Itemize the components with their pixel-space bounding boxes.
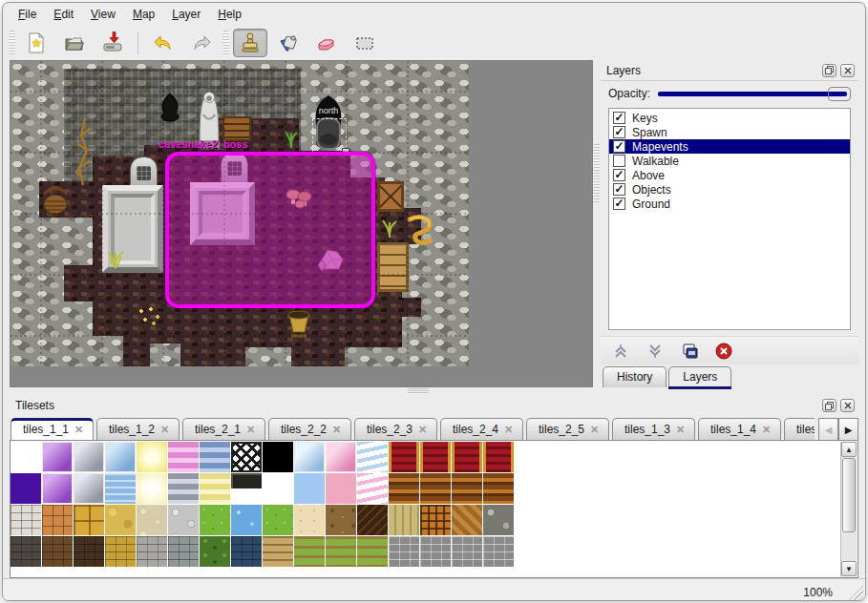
tab-close-icon[interactable]: ✕	[590, 424, 599, 436]
palette-tile-empty[interactable]	[263, 473, 293, 504]
palette-tile-wood-stripes[interactable]	[452, 473, 482, 504]
dock-splitter[interactable]	[593, 60, 601, 387]
palette-tile-glow-pale[interactable]	[137, 473, 167, 504]
palette-tile-stripes-pink[interactable]	[168, 442, 199, 472]
palette-tile-crystal-gray[interactable]	[74, 473, 104, 504]
delete-layer-button[interactable]	[713, 341, 734, 362]
palette-tile-wood-stripes[interactable]	[483, 473, 514, 504]
toolbar-grip[interactable]	[9, 31, 15, 55]
palette-tile-water-blue[interactable]	[105, 473, 136, 504]
palette-tile-logs-gray[interactable]	[483, 505, 514, 535]
menu-view[interactable]: View	[83, 5, 123, 24]
layer-row-ground[interactable]: ✓Ground	[609, 197, 850, 211]
move-layer-up-button[interactable]	[610, 341, 631, 362]
toolbar-grip-2[interactable]	[222, 31, 229, 55]
tileset-palette[interactable]: ▲ ▼	[10, 440, 858, 578]
tileset-tab-tiles_1_2[interactable]: tiles_1_2✕	[96, 418, 180, 440]
palette-tile-grass[interactable]	[200, 505, 230, 535]
palette-tile-wall-dark[interactable]	[11, 536, 41, 567]
palette-tile-grass[interactable]	[263, 505, 293, 535]
float-tilesets-button[interactable]	[822, 399, 836, 412]
palette-tile-water[interactable]	[231, 505, 262, 535]
open-file-button[interactable]	[57, 29, 92, 57]
palette-tile-stripes-yellow[interactable]	[200, 473, 230, 504]
save-file-button[interactable]	[95, 29, 130, 57]
scroll-up-button[interactable]: ▲	[841, 442, 857, 457]
palette-tile-tiles-yellow[interactable]	[74, 505, 104, 535]
close-tilesets-button[interactable]	[840, 399, 855, 412]
tileset-tab-tiles_2_5[interactable]: tiles_2_5✕	[526, 418, 609, 440]
palette-tile-sand[interactable]	[294, 505, 325, 535]
tabs-scroll-right-button[interactable]: ▶	[838, 418, 858, 442]
event-selection-rect[interactable]	[165, 152, 375, 308]
palette-tile-lattice[interactable]	[231, 442, 262, 472]
move-layer-down-button[interactable]	[645, 341, 666, 362]
palette-tile-wall-stone[interactable]	[137, 536, 167, 567]
palette-tile-wall-blue[interactable]	[231, 536, 262, 567]
palette-tile-crystal-pink[interactable]	[326, 442, 356, 472]
horizontal-splitter-grip[interactable]	[408, 388, 429, 394]
palette-tile-wall-darkbrown[interactable]	[74, 536, 104, 567]
palette-tile-wood-dark[interactable]	[357, 505, 388, 535]
palette-tile-blue-solid[interactable]	[294, 473, 325, 504]
menu-file[interactable]: File	[11, 5, 44, 24]
opacity-slider-handle[interactable]	[828, 87, 851, 101]
palette-tile-black[interactable]	[263, 442, 293, 472]
layer-checkbox[interactable]: ✓	[613, 112, 625, 124]
palette-tile-waves-blue[interactable]	[357, 442, 388, 472]
tab-close-icon[interactable]: ✕	[762, 424, 771, 436]
layer-row-walkable[interactable]: Walkable	[609, 154, 850, 168]
dock-splitter-grip[interactable]	[594, 144, 600, 203]
tab-layers[interactable]: Layers	[668, 366, 731, 387]
window-resize-grip[interactable]	[844, 584, 863, 601]
palette-tile-stone-orange[interactable]	[42, 505, 73, 535]
tileset-tab-tiles_1_1[interactable]: tiles_1_1✕	[11, 418, 94, 440]
palette-tile-wall-brown[interactable]	[42, 536, 73, 567]
layer-row-mapevents[interactable]: ✓Mapevents	[609, 139, 850, 154]
palette-tile-carpet-red[interactable]	[483, 442, 514, 472]
eraser-tool-button[interactable]	[309, 29, 344, 57]
palette-tile-hedge[interactable]	[200, 536, 230, 567]
tab-close-icon[interactable]: ✕	[74, 424, 83, 436]
undo-button[interactable]	[146, 29, 180, 57]
layer-checkbox[interactable]: ✓	[613, 126, 625, 138]
palette-tile-wall-graybrick[interactable]	[168, 536, 199, 567]
menu-edit[interactable]: Edit	[46, 5, 81, 24]
layer-row-spawn[interactable]: ✓Spawn	[609, 125, 850, 139]
palette-tile-sign-dark[interactable]	[231, 473, 262, 504]
tab-close-icon[interactable]: ✕	[676, 424, 685, 436]
palette-tile-stone-path[interactable]	[105, 505, 136, 535]
palette-tile-wood-stripes[interactable]	[420, 473, 451, 504]
layer-checkbox[interactable]: ✓	[613, 183, 625, 196]
tab-close-icon[interactable]: ✕	[332, 424, 341, 436]
palette-tile-grass-path[interactable]	[357, 536, 388, 567]
duplicate-layer-button[interactable]	[679, 341, 700, 362]
opacity-slider-track[interactable]	[658, 92, 847, 96]
tab-close-icon[interactable]: ✕	[418, 424, 427, 436]
palette-tile-basket-weave[interactable]	[420, 505, 451, 535]
stamp-tool-button[interactable]	[233, 29, 267, 57]
palette-tile-cobbles-beige[interactable]	[137, 505, 167, 535]
layer-checkbox[interactable]: ✓	[613, 140, 625, 153]
palette-tile-crystal-purple[interactable]	[42, 442, 73, 472]
palette-tile-crystal-blue2[interactable]	[294, 442, 325, 472]
palette-tile-purple-solid[interactable]	[11, 473, 41, 504]
fill-tool-button[interactable]	[271, 29, 306, 57]
palette-tile-stripes-gray[interactable]	[168, 473, 199, 504]
tabs-scroll-left-button[interactable]: ◀	[818, 418, 838, 442]
tileset-tab-tiles_1_[interactable]: tiles_1_✕	[784, 418, 815, 440]
layer-row-keys[interactable]: ✓Keys	[609, 111, 850, 125]
palette-tile-brick-gray[interactable]	[420, 536, 451, 567]
menu-help[interactable]: Help	[210, 5, 249, 24]
palette-tile-glow-yellow[interactable]	[137, 442, 167, 472]
layer-checkbox[interactable]: ✓	[613, 198, 625, 210]
new-file-button[interactable]	[19, 29, 53, 57]
layer-row-above[interactable]: ✓Above	[609, 168, 850, 182]
palette-tile-crystal-blue[interactable]	[105, 442, 136, 472]
palette-tile-carpet-red[interactable]	[452, 442, 482, 472]
tab-close-icon[interactable]: ✕	[160, 424, 169, 436]
horizontal-splitter[interactable]	[3, 387, 865, 395]
tileset-tab-tiles_2_3[interactable]: tiles_2_3✕	[354, 418, 437, 440]
palette-tile-brick-gray[interactable]	[452, 536, 482, 567]
menu-map[interactable]: Map	[125, 5, 162, 24]
